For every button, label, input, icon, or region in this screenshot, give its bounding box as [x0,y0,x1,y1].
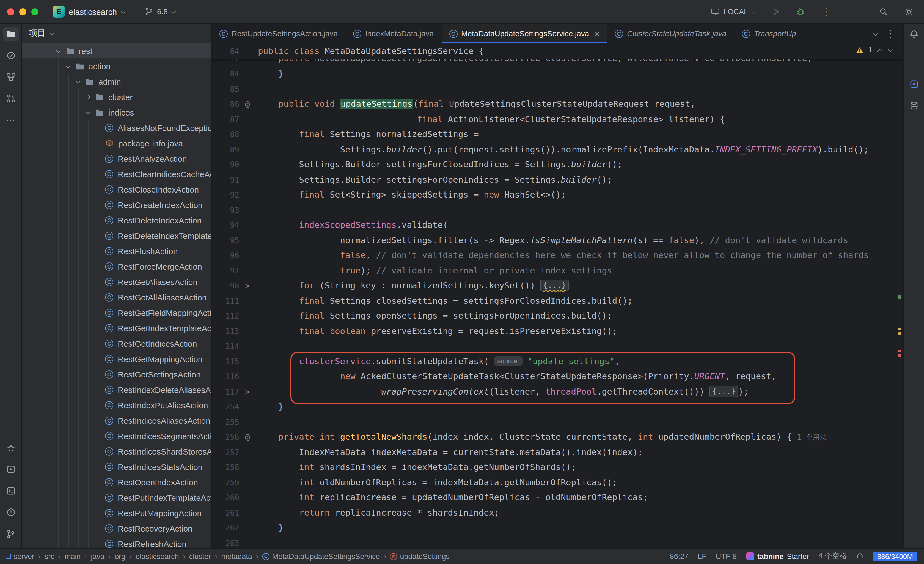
line-number[interactable]: 257 [212,445,239,460]
gutter-icon[interactable]: > [239,384,256,400]
run-button[interactable] [769,5,782,18]
debug-button[interactable] [794,5,807,18]
tab-ClusterStateUpdateTask.java[interactable]: CClusterStateUpdateTask.java [607,24,734,44]
line-number[interactable]: 92 [212,188,239,203]
tree-chevron-icon[interactable] [84,93,92,101]
error-stripe-mark[interactable] [898,295,902,299]
terminal-tool-button[interactable] [3,484,18,498]
tree-item-package-info.java[interactable]: package-info.java [22,135,211,151]
line-number[interactable]: 97 [212,263,239,278]
tree-chevron-icon[interactable] [64,62,72,70]
tree-item-RestGetSettingsAction[interactable]: CRestGetSettingsAction [22,367,211,382]
line-number[interactable]: 87 [212,112,239,127]
branch-selector[interactable]: 6.8 [140,5,181,18]
line-number[interactable]: 98 [212,278,239,293]
line-number[interactable]: 84 [212,66,239,82]
tree-chevron-icon[interactable] [74,78,82,85]
tab-close-icon[interactable]: × [594,29,600,38]
tree-item-cluster[interactable]: cluster [22,89,211,105]
tree-item-AliasesNotFoundException[interactable]: CAliasesNotFoundException [22,120,211,135]
line-number[interactable]: 116 [212,369,239,384]
line-number[interactable]: 114 [212,339,239,354]
indent-widget[interactable]: 4 个空格 [818,551,847,561]
readonly-toggle[interactable] [856,552,864,561]
tree-item-RestPutMappingAction[interactable]: CRestPutMappingAction [22,505,211,520]
tree-item-admin[interactable]: admin [22,74,211,89]
previous-problem-icon[interactable] [877,47,883,53]
breadcrumb-updateSettings[interactable]: mupdateSettings [390,552,450,560]
next-problem-icon[interactable] [888,47,894,53]
line-number[interactable]: 91 [212,173,239,188]
line-number[interactable]: 260 [212,490,239,505]
more-actions-button[interactable]: ⋮ [819,5,833,18]
version-control-tool-button[interactable] [3,526,18,541]
tree-item-rest[interactable]: rest [22,43,211,58]
tree-item-action[interactable]: action [22,58,211,74]
project-panel-header[interactable]: 项目 [22,24,211,43]
line-number[interactable]: 115 [212,354,239,369]
error-stripe-mark[interactable] [898,354,902,356]
tree-item-RestGetFieldMappingAction[interactable]: CRestGetFieldMappingAction [22,305,211,320]
tree-item-RestGetAliasesAction[interactable]: CRestGetAliasesAction [22,274,211,289]
error-stripe-mark[interactable] [898,332,902,335]
tree-item-RestGetAllAliasesAction[interactable]: CRestGetAllAliasesAction [22,289,211,305]
line-number[interactable]: 77 [212,59,239,66]
folded-region[interactable]: {...} [710,385,738,397]
tree-item-RestClearIndicesCacheAction[interactable]: CRestClearIndicesCacheAction [22,166,211,182]
breadcrumb-MetaDataUpdateSettingsService[interactable]: CMetaDataUpdateSettingsService [262,552,380,560]
zoom-window-icon[interactable] [32,8,39,15]
breadcrumb-java[interactable]: java [91,552,105,560]
line-number[interactable]: 112 [212,309,239,324]
code-editor[interactable]: 64public class MetaDataUpdateSettingsSer… [212,44,903,548]
database-tool-button[interactable] [906,98,921,113]
error-stripe-mark[interactable] [898,328,902,330]
services-tool-button[interactable] [3,462,18,477]
settings-button[interactable] [902,5,915,18]
breadcrumb-metadata[interactable]: metadata [221,552,252,560]
tree-item-RestIndicesSegmentsAction[interactable]: CRestIndicesSegmentsAction [22,428,211,444]
line-number[interactable]: 113 [212,324,239,339]
line-number[interactable]: 85 [212,82,239,97]
line-number[interactable]: 255 [212,415,239,430]
tree-item-RestIndicesStatsAction[interactable]: CRestIndicesStatsAction [22,459,211,474]
gradle-tool-button[interactable] [906,77,921,91]
error-stripe-mark[interactable] [898,350,902,352]
inspections-widget[interactable]: 1 [856,46,894,54]
project-tool-button[interactable] [3,27,18,41]
line-number[interactable]: 117 [212,384,239,400]
tab-list-chevron-icon[interactable] [873,31,878,36]
run-target-selector[interactable]: LOCAL [710,7,757,16]
tab-options-kebab-icon[interactable]: ⋮ [886,29,896,38]
tree-chevron-icon[interactable] [84,108,92,116]
tab-IndexMetaData.java[interactable]: CIndexMetaData.java [345,24,441,44]
line-number[interactable]: 90 [212,157,239,173]
debug-tool-button[interactable] [3,441,18,455]
line-number[interactable]: 96 [212,248,239,263]
tree-item-RestGetIndicesAction[interactable]: CRestGetIndicesAction [22,335,211,351]
line-number[interactable]: 256 [212,430,239,445]
tree-item-RestIndexDeleteAliasesAction[interactable]: CRestIndexDeleteAliasesAction [22,382,211,397]
search-everywhere-button[interactable] [877,5,890,18]
line-number[interactable]: 89 [212,142,239,157]
tree-item-RestIndicesAliasesAction[interactable]: CRestIndicesAliasesAction [22,413,211,428]
tree-item-RestDeleteIndexTemplateAction[interactable]: CRestDeleteIndexTemplateAction [22,228,211,243]
line-number[interactable]: 259 [212,475,239,490]
line-ending-widget[interactable]: LF [698,552,706,560]
tree-item-RestIndexPutAliasAction[interactable]: CRestIndexPutAliasAction [22,397,211,413]
line-number[interactable]: 261 [212,505,239,520]
more-tools-button[interactable]: ⋯ [3,113,18,127]
notifications-button[interactable] [906,27,921,41]
minimize-window-icon[interactable] [19,8,26,15]
close-window-icon[interactable] [7,8,14,15]
tree-item-RestGetMappingAction[interactable]: CRestGetMappingAction [22,351,211,367]
line-number[interactable]: 263 [212,535,239,548]
breadcrumb-main[interactable]: main [64,552,81,560]
tab-RestUpdateSettingsAction.java[interactable]: CRestUpdateSettingsAction.java [212,24,345,44]
breadcrumb-org[interactable]: org [115,552,125,560]
line-number[interactable]: 64 [212,44,239,59]
gutter-icon[interactable]: @ [239,430,256,445]
tree-item-RestCloseIndexAction[interactable]: CRestCloseIndexAction [22,182,211,197]
memory-indicator[interactable]: 886/3400M [873,552,917,561]
tabnine-widget[interactable]: tabnine Starter [746,552,809,560]
tree-item-RestDeleteIndexAction[interactable]: CRestDeleteIndexAction [22,212,211,228]
